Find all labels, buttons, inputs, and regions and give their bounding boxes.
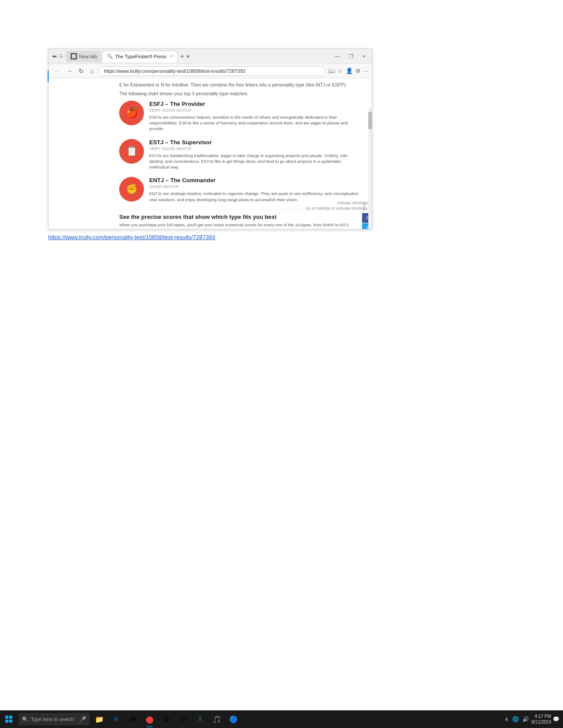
- store-icon: 🛍: [128, 715, 137, 724]
- scrollbar[interactable]: [368, 107, 372, 229]
- home-button[interactable]: ⌂: [88, 67, 95, 75]
- type-card-entj: ✊ ENTJ – The Commander GOOD MATCH ENTJs …: [119, 177, 363, 203]
- show-hidden-icons[interactable]: ∧: [504, 715, 510, 723]
- mail-icon: ✉: [179, 715, 188, 724]
- extra-app-icon: 🔵: [229, 715, 238, 724]
- estj-description: ESTJs are hardworking traditionalists, e…: [149, 153, 363, 170]
- entj-title: ENTJ – The Commander: [149, 177, 363, 184]
- read-mode-icon[interactable]: 📖: [328, 68, 335, 74]
- taskbar-app-settings[interactable]: ⚙: [159, 710, 174, 728]
- tab-inactive[interactable]: 🔲 New tab: [66, 51, 101, 62]
- activate-line2: Go to Settings to activate Windows.: [306, 206, 368, 211]
- excel-icon: X: [196, 715, 204, 724]
- microphone-icon[interactable]: 🎤: [79, 716, 86, 723]
- entj-icon: ✊: [119, 177, 144, 202]
- tab-active-label: The TypeFinder® Perso: [115, 54, 166, 59]
- windows-logo: [5, 716, 12, 723]
- esfj-emoji: 🍎: [126, 107, 138, 119]
- title-bar: ⬅ ☰ 🔲 New tab 🔍 The TypeFinder® Perso × …: [49, 49, 372, 64]
- taskbar: 🔍 Type here to search 🎤 📁 e 🛍 ⬤ ⚙ ✉ X 🎵: [0, 710, 563, 728]
- taskbar-app-chrome[interactable]: ⬤: [142, 710, 158, 728]
- truity-favicon: 🔍: [107, 53, 113, 59]
- refresh-button[interactable]: ↻: [77, 67, 86, 75]
- tab-dropdown-button[interactable]: ▾: [187, 53, 189, 60]
- type-card-esfj: 🍎 ESFJ – The Provider VERY GOOD MATCH ES…: [119, 101, 363, 132]
- scores-title: See the precise scores that show which t…: [119, 214, 363, 220]
- favorites-icon[interactable]: ☆: [338, 68, 343, 74]
- page-content: E for Extraverted or N for Intuitive. Th…: [49, 78, 372, 229]
- extensions-icon[interactable]: ⚙: [355, 68, 361, 74]
- new-tab-favicon: 🔲: [70, 53, 77, 60]
- start-button[interactable]: [0, 710, 18, 728]
- esfj-description: ESFJs are conscientious helpers, sensiti…: [149, 114, 363, 132]
- menu-icon[interactable]: ···: [363, 68, 368, 74]
- chrome-icon: ⬤: [145, 715, 154, 724]
- profile-icon[interactable]: 👤: [346, 68, 353, 74]
- activate-line1: Activate Windows: [306, 200, 368, 206]
- esfj-icon: 🍎: [119, 101, 144, 125]
- scores-desc1: When you purchase your full report, you'…: [119, 222, 363, 228]
- scrollbar-thumb[interactable]: [368, 112, 372, 129]
- address-bar: ← → ↻ ⌂ 📖 ☆ 👤 ⚙ ···: [49, 64, 372, 78]
- url-display[interactable]: https://www.truity.com/personality-test/…: [48, 234, 215, 240]
- taskbar-app-edge[interactable]: e: [108, 710, 124, 728]
- esfj-match: VERY GOOD MATCH: [149, 108, 363, 113]
- browser-menu-icon[interactable]: ☰: [59, 53, 63, 59]
- tab-group: ⬅ ☰ 🔲 New tab 🔍 The TypeFinder® Perso × …: [52, 51, 330, 62]
- estj-title: ESTJ – The Supervisor: [149, 139, 363, 146]
- tab-active[interactable]: 🔍 The TypeFinder® Perso ×: [102, 51, 178, 62]
- network-icon[interactable]: 🌐: [511, 715, 520, 723]
- estj-match: VERY GOOD MATCH: [149, 146, 363, 151]
- browser-window: ⬅ ☰ 🔲 New tab 🔍 The TypeFinder® Perso × …: [48, 49, 372, 229]
- search-icon: 🔍: [22, 717, 28, 722]
- search-label: Type here to search: [31, 717, 74, 722]
- forward-button[interactable]: →: [64, 67, 74, 75]
- address-input[interactable]: [98, 66, 325, 76]
- taskbar-search[interactable]: 🔍 Type here to search 🎤: [19, 713, 90, 725]
- esfj-title: ESFJ – The Provider: [149, 101, 363, 107]
- media-icon: 🎵: [212, 715, 221, 724]
- minimize-button[interactable]: —: [332, 53, 343, 60]
- taskbar-app-mail[interactable]: ✉: [175, 710, 191, 728]
- close-button[interactable]: ×: [360, 53, 368, 60]
- scores-section: See the precise scores that show which t…: [119, 210, 363, 229]
- clock-date: 8/11/2019: [532, 719, 552, 725]
- estj-icon: 📋: [119, 139, 144, 164]
- browser-back-icon[interactable]: ⬅: [52, 53, 57, 60]
- estj-info: ESTJ – The Supervisor VERY GOOD MATCH ES…: [149, 139, 363, 170]
- taskbar-app-extra[interactable]: 🔵: [226, 710, 242, 728]
- estj-emoji: 📋: [126, 146, 138, 157]
- tab-inactive-label: New tab: [79, 54, 97, 59]
- taskbar-app-file-explorer[interactable]: 📁: [91, 710, 107, 728]
- text-cursor: [48, 71, 49, 82]
- chart-note: The following chart shows your top 3 per…: [119, 91, 363, 96]
- taskbar-clock[interactable]: 4:17 PM 8/11/2019: [532, 713, 552, 725]
- notification-icon[interactable]: 💬: [553, 716, 559, 722]
- edge-icon: e: [112, 715, 121, 724]
- entj-match: GOOD MATCH: [149, 184, 363, 189]
- taskbar-apps: 📁 e 🛍 ⬤ ⚙ ✉ X 🎵 🔵: [91, 710, 242, 728]
- page-intro: E for Extraverted or N for Intuitive. Th…: [119, 82, 363, 88]
- tab-close-button[interactable]: ×: [170, 54, 173, 59]
- type-card-estj: 📋 ESTJ – The Supervisor VERY GOOD MATCH …: [119, 139, 363, 170]
- esfj-info: ESFJ – The Provider VERY GOOD MATCH ESFJ…: [149, 101, 363, 132]
- settings-icon: ⚙: [162, 715, 171, 724]
- volume-icon[interactable]: 🔊: [521, 715, 530, 723]
- taskbar-app-excel[interactable]: X: [192, 710, 208, 728]
- entj-info: ENTJ – The Commander GOOD MATCH ENTJs ar…: [149, 177, 363, 203]
- window-controls: — ❐ ×: [332, 53, 368, 60]
- address-icons: 📖 ☆ 👤 ⚙ ···: [328, 68, 368, 74]
- back-button[interactable]: ←: [52, 67, 62, 75]
- taskbar-right: ∧ 🌐 🔊 4:17 PM 8/11/2019 💬: [504, 713, 563, 725]
- activate-windows-overlay: Activate Windows Go to Settings to activ…: [306, 200, 368, 211]
- taskbar-app-store[interactable]: 🛍: [125, 710, 141, 728]
- clock-time: 4:17 PM: [532, 713, 552, 719]
- entj-emoji: ✊: [126, 184, 138, 195]
- taskbar-app-media[interactable]: 🎵: [209, 710, 225, 728]
- file-explorer-icon: 📁: [95, 715, 104, 724]
- restore-button[interactable]: ❐: [346, 53, 356, 60]
- new-tab-button[interactable]: +: [178, 53, 186, 60]
